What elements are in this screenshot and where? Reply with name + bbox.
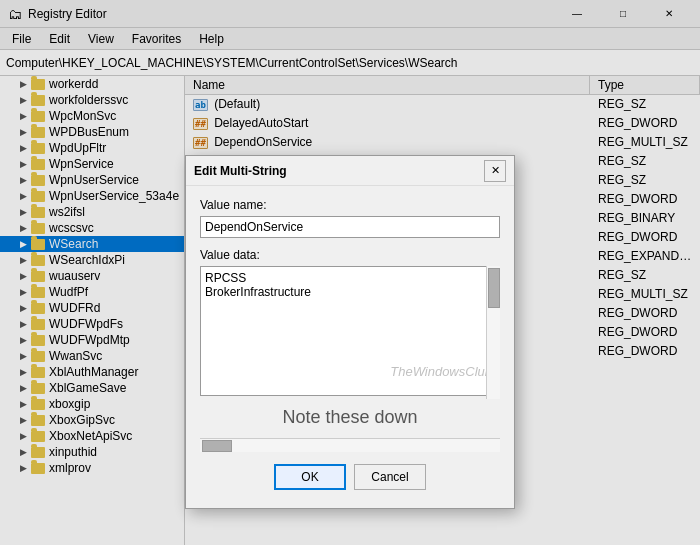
dialog-buttons: OK Cancel (200, 460, 500, 498)
ok-button[interactable]: OK (274, 464, 346, 490)
note-text: Note these down (200, 407, 500, 428)
horizontal-scrollbar[interactable] (200, 438, 500, 452)
vertical-scrollbar[interactable] (486, 266, 500, 399)
dialog-title-bar: Edit Multi-String ✕ (186, 156, 514, 186)
dialog-title: Edit Multi-String (194, 164, 287, 178)
dialog-body: Value name: Value data: RPCSS BrokerInfr… (186, 186, 514, 508)
value-name-label: Value name: (200, 198, 500, 212)
value-data-textarea[interactable]: RPCSS BrokerInfrastructure (200, 266, 500, 396)
edit-multistring-dialog: Edit Multi-String ✕ Value name: Value da… (185, 155, 515, 509)
value-data-label: Value data: (200, 248, 500, 262)
scroll-thumb (488, 268, 500, 308)
dialog-close-button[interactable]: ✕ (484, 160, 506, 182)
dialog-overlay: Edit Multi-String ✕ Value name: Value da… (0, 0, 700, 545)
value-name-input[interactable] (200, 216, 500, 238)
value-data-container: RPCSS BrokerInfrastructure TheWindowsClu… (200, 266, 500, 399)
h-scroll-thumb (202, 440, 232, 452)
cancel-button[interactable]: Cancel (354, 464, 426, 490)
